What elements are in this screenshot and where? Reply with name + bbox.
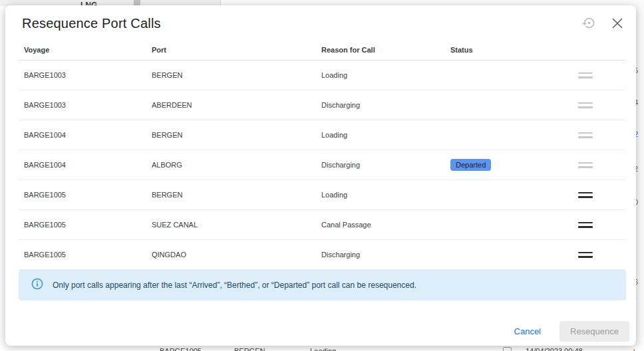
drag-handle-icon[interactable]: [578, 192, 593, 198]
dialog-footer: Cancel Resequence: [512, 321, 629, 342]
drag-cell: [546, 132, 625, 138]
info-icon: [31, 278, 43, 292]
port-call-row: BARGE1003 ABERDEEN Discharging: [19, 90, 625, 120]
drag-handle-icon: [578, 132, 593, 138]
drag-cell: [546, 102, 625, 108]
resequence-button[interactable]: Resequence: [560, 321, 629, 342]
port-call-row: BARGE1004 BERGEN Loading: [19, 120, 625, 150]
drag-cell: [546, 192, 625, 198]
port-cell: QINGDAO: [146, 251, 316, 259]
backdrop-row-port: BERGEN: [234, 347, 265, 351]
reason-cell: Discharging: [316, 161, 445, 169]
voyage-cell: BARGE1003: [19, 71, 146, 79]
port-call-row: BARGE1005 QINGDAO Discharging: [19, 240, 625, 270]
port-cell: SUEZ CANAL: [146, 221, 316, 229]
voyage-cell: BARGE1004: [19, 161, 146, 169]
drag-handle-icon: [578, 162, 593, 168]
voyage-cell: BARGE1005: [19, 191, 146, 199]
reason-cell: Discharging: [316, 101, 445, 109]
backdrop-row-reason: Loading: [310, 347, 336, 351]
backdrop-row-voyage: BARGE1005: [160, 347, 202, 351]
column-header-voyage: Voyage: [19, 46, 146, 54]
voyage-cell: BARGE1005: [19, 251, 146, 259]
status-badge: Departed: [450, 159, 491, 171]
column-header-reason: Reason for Call: [316, 46, 445, 54]
port-cell: ALBORG: [146, 161, 316, 169]
backdrop-row-mark: +: [632, 347, 636, 351]
port-call-row: BARGE1005 SUEZ CANAL Canal Passage: [19, 210, 625, 240]
voyage-cell: BARGE1004: [19, 131, 146, 139]
cancel-button[interactable]: Cancel: [512, 322, 544, 340]
column-header-port: Port: [146, 46, 316, 54]
port-call-row: BARGE1004 ALBORG Discharging Departed: [19, 150, 625, 180]
info-banner-text: Only port calls appearing after the last…: [53, 281, 416, 290]
backdrop-row-checkbox: [503, 347, 512, 351]
resequence-port-calls-dialog: Resequence Port Calls Voyage Port Reason…: [5, 5, 636, 346]
port-cell: BERGEN: [146, 191, 316, 199]
backdrop-text-fragment: 0: [636, 198, 638, 206]
drag-cell: [546, 252, 625, 258]
drag-cell: [546, 222, 625, 228]
reason-cell: Loading: [316, 191, 445, 199]
column-header-status: Status: [445, 46, 546, 54]
close-icon: [612, 21, 623, 31]
drag-handle-icon: [578, 72, 593, 78]
reason-cell: Loading: [316, 131, 445, 139]
backdrop-text-fragment: 2: [636, 130, 638, 138]
port-cell: BERGEN: [146, 131, 316, 139]
drag-handle-icon[interactable]: [578, 222, 593, 228]
close-dialog-button[interactable]: [611, 17, 624, 30]
backdrop-text-fragment: 6: [636, 278, 638, 286]
backdrop-row-timestamp: 14/04/2023 00:48: [526, 347, 583, 351]
voyage-cell: BARGE1005: [19, 221, 146, 229]
dialog-header-actions: [581, 15, 624, 31]
reason-cell: Canal Passage: [316, 221, 445, 229]
drag-handle-icon[interactable]: [578, 252, 593, 258]
restore-order-button[interactable]: [581, 15, 597, 31]
backdrop-text-fragment: 4: [636, 98, 638, 106]
port-cell: BERGEN: [146, 71, 316, 79]
status-cell: Departed: [445, 159, 546, 171]
restore-icon: [582, 22, 596, 32]
port-call-row: BARGE1003 BERGEN Loading: [19, 60, 625, 90]
port-cell: ABERDEEN: [146, 101, 316, 109]
reason-cell: Loading: [316, 71, 445, 79]
port-calls-table: Voyage Port Reason for Call Status BARGE…: [19, 40, 625, 270]
dialog-title: Resequence Port Calls: [22, 16, 161, 31]
backdrop-right-strip: 542206////: [636, 0, 644, 351]
backdrop-text-fragment: 2: [636, 165, 638, 173]
info-banner: Only port calls appearing after the last…: [19, 270, 626, 300]
table-header-row: Voyage Port Reason for Call Status: [19, 40, 625, 60]
backdrop-text-fragment: 5: [636, 66, 638, 74]
port-call-row: BARGE1005 BERGEN Loading: [19, 180, 625, 210]
reason-cell: Discharging: [316, 251, 445, 259]
voyage-cell: BARGE1003: [19, 101, 146, 109]
drag-handle-icon: [578, 102, 593, 108]
drag-cell: [546, 72, 625, 78]
drag-cell: [546, 162, 625, 168]
backdrop-bottom-strip: BARGE1005 BERGEN Loading 14/04/2023 00:4…: [0, 346, 644, 351]
port-call-rows: BARGE1003 BERGEN Loading BARGE1003 ABERD…: [19, 60, 625, 270]
